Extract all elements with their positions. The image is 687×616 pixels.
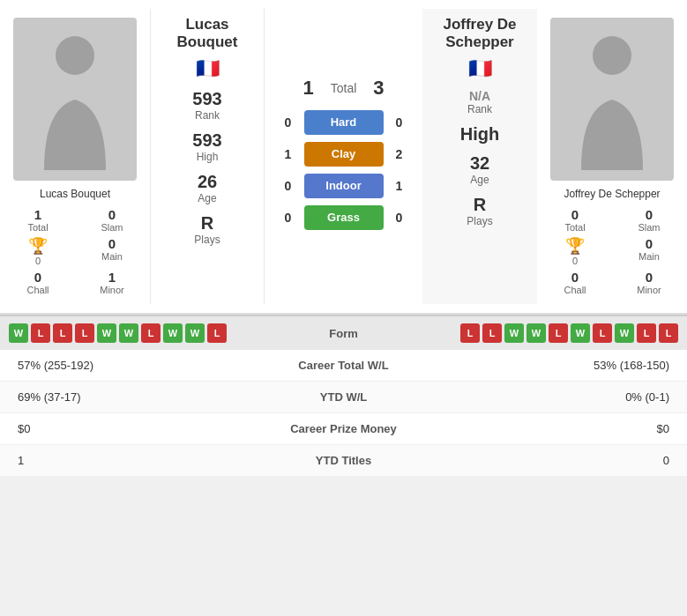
left-slam-label: Slam bbox=[101, 222, 123, 233]
right-total-cell: 0 Total bbox=[541, 207, 609, 233]
right-main-cell: 0 Main bbox=[616, 236, 683, 266]
form-badge-w: W bbox=[97, 323, 116, 343]
right-form-badges: LLWWLWLWLL bbox=[460, 323, 678, 343]
right-chall-label: Chall bbox=[564, 285, 586, 295]
right-player-name: Joffrey De Schepper bbox=[427, 16, 533, 52]
indoor-badge: Indoor bbox=[304, 174, 384, 198]
stats-row-2: $0Career Prize Money$0 bbox=[0, 413, 687, 445]
clay-right: 2 bbox=[391, 147, 408, 161]
hard-badge: Hard bbox=[304, 110, 384, 135]
right-mast-cell: 🏆 0 bbox=[541, 236, 609, 266]
form-badge-l: L bbox=[207, 323, 227, 343]
form-badge-w: W bbox=[185, 323, 205, 343]
form-badge-w: W bbox=[526, 323, 546, 343]
right-main-value: 0 bbox=[646, 236, 653, 251]
left-minor-value: 1 bbox=[108, 270, 116, 285]
form-badge-l: L bbox=[659, 323, 678, 343]
left-age-label: Age bbox=[198, 192, 217, 204]
stats-cell-right-2: $0 bbox=[423, 422, 670, 435]
right-stats-grid: 0 Total 0 Slam 🏆 0 0 Main 0 Chall bbox=[541, 207, 683, 295]
left-mast-cell: 🏆 0 bbox=[4, 236, 71, 266]
form-badge-w: W bbox=[615, 323, 634, 343]
indoor-left: 0 bbox=[280, 179, 297, 193]
svg-point-0 bbox=[56, 36, 94, 75]
left-plays-label: Plays bbox=[194, 234, 220, 246]
hard-left: 0 bbox=[280, 115, 297, 130]
left-plays-value: R bbox=[194, 213, 220, 234]
right-plays-label: Plays bbox=[467, 215, 492, 227]
left-chall-value: 0 bbox=[34, 270, 41, 285]
stats-cell-left-0: 57% (255-192) bbox=[18, 359, 265, 372]
right-slam-value: 0 bbox=[646, 207, 653, 222]
total-label: Total bbox=[331, 81, 357, 95]
stats-cell-center-1: YTD W/L bbox=[265, 390, 423, 404]
left-chall-label: Chall bbox=[26, 285, 49, 295]
left-main-value: 0 bbox=[108, 236, 116, 251]
left-minor-cell: 1 Minor bbox=[78, 270, 146, 295]
left-rank-value: 593 bbox=[192, 89, 221, 109]
form-badge-w: W bbox=[504, 323, 524, 343]
clay-badge: Clay bbox=[304, 142, 384, 167]
form-badge-l: L bbox=[593, 323, 612, 343]
left-high-label: High bbox=[192, 151, 221, 163]
right-player-panel: Joffrey De Schepper 0 Total 0 Slam 🏆 0 0… bbox=[537, 9, 687, 304]
right-minor-cell: 0 Minor bbox=[616, 270, 683, 295]
form-badge-w: W bbox=[571, 323, 590, 343]
right-chall-cell: 0 Chall bbox=[541, 270, 609, 295]
left-plays-block: R Plays bbox=[194, 213, 220, 246]
left-form-badges: WLLLWWLWWL bbox=[9, 323, 227, 343]
grass-right: 0 bbox=[391, 211, 408, 225]
right-slam-cell: 0 Slam bbox=[616, 207, 683, 233]
main-container: Lucas Bouquet 1 Total 0 Slam 🏆 0 0 Main bbox=[0, 0, 687, 477]
right-plays-value: R bbox=[467, 195, 492, 215]
left-player-panel: Lucas Bouquet 1 Total 0 Slam 🏆 0 0 Main bbox=[0, 9, 150, 304]
form-badge-w: W bbox=[163, 323, 183, 343]
total-row: 1 Total 3 bbox=[269, 77, 418, 100]
right-mast-value: 0 bbox=[572, 256, 578, 266]
right-age-block: 32 Age bbox=[470, 153, 489, 186]
grass-badge: Grass bbox=[304, 205, 384, 230]
total-right: 3 bbox=[365, 77, 392, 100]
form-badge-l: L bbox=[141, 323, 161, 343]
hard-right: 0 bbox=[391, 115, 408, 130]
stats-cell-left-2: $0 bbox=[18, 422, 265, 435]
right-high-value: High bbox=[460, 124, 499, 145]
left-age-block: 26 Age bbox=[198, 172, 217, 204]
hard-row: 0 Hard 0 bbox=[269, 110, 418, 135]
right-rank-value: N/A bbox=[467, 89, 492, 103]
right-slam-label: Slam bbox=[638, 222, 660, 233]
stats-cell-center-3: YTD Titles bbox=[265, 454, 423, 467]
left-avatar bbox=[13, 18, 137, 181]
right-plays-block: R Plays bbox=[467, 195, 492, 227]
courts-section: 1 Total 3 0 Hard 0 1 Clay 2 0 bbox=[265, 9, 422, 304]
clay-row: 1 Clay 2 bbox=[269, 142, 418, 167]
right-high-block: High bbox=[460, 124, 499, 145]
left-slam-cell: 0 Slam bbox=[78, 207, 146, 233]
left-rank-block: 593 Rank bbox=[192, 89, 221, 122]
form-badge-w: W bbox=[119, 323, 138, 343]
left-stats-grid: 1 Total 0 Slam 🏆 0 0 Main 0 Chall bbox=[4, 207, 146, 295]
right-age-value: 32 bbox=[470, 153, 489, 174]
left-total-cell: 1 Total bbox=[4, 207, 71, 233]
right-avatar bbox=[550, 18, 674, 181]
right-main-label: Main bbox=[638, 251, 660, 262]
stats-row-0: 57% (255-192)Career Total W/L53% (168-15… bbox=[0, 350, 687, 382]
left-minor-label: Minor bbox=[100, 285, 124, 295]
left-high-value: 593 bbox=[192, 130, 221, 151]
left-player-name-below: Lucas Bouquet bbox=[40, 188, 110, 200]
left-high-block: 593 High bbox=[192, 130, 221, 163]
right-minor-value: 0 bbox=[646, 270, 653, 285]
right-player-name-below: Joffrey De Schepper bbox=[564, 188, 660, 200]
left-center-panel: Lucas Bouquet 🇫🇷 593 Rank 593 High 26 Ag… bbox=[150, 9, 265, 304]
form-badge-w: W bbox=[9, 323, 28, 343]
left-flag: 🇫🇷 bbox=[196, 57, 220, 80]
stats-cell-center-0: Career Total W/L bbox=[265, 359, 423, 372]
right-total-label: Total bbox=[564, 222, 585, 233]
form-badge-l: L bbox=[460, 323, 480, 343]
clay-left: 1 bbox=[280, 147, 297, 161]
stats-cell-right-0: 53% (168-150) bbox=[423, 359, 670, 372]
form-label: Form bbox=[309, 327, 379, 340]
stats-cell-right-3: 0 bbox=[423, 454, 670, 467]
stats-row-1: 69% (37-17)YTD W/L0% (0-1) bbox=[0, 382, 687, 413]
right-chall-value: 0 bbox=[571, 270, 579, 285]
